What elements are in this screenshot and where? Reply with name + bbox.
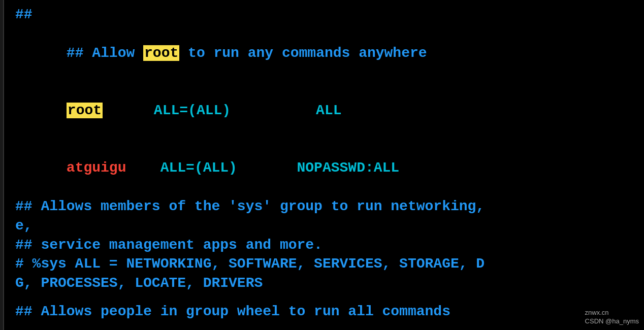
watermark-text: znwx.cn xyxy=(585,309,609,316)
left-gutter xyxy=(0,0,4,330)
root-highlight-2: root xyxy=(67,103,103,118)
line-1: ## xyxy=(15,5,637,24)
line-12: %wheel ALL=(ALL) ALL xyxy=(15,321,637,330)
line-8: # %sys ALL = NETWORKING, SOFTWARE, SERVI… xyxy=(15,254,637,274)
line-11: ## Allows people in group wheel to run a… xyxy=(15,302,637,321)
line-2: ## Allow root to run any commands anywhe… xyxy=(15,24,637,82)
line-4: atguigu ALL=(ALL) NOPASSWD:ALL xyxy=(15,140,637,197)
line-6: e, xyxy=(15,216,637,236)
terminal-window: ## ## Allow root to run any commands any… xyxy=(0,0,644,330)
line-7: ## service management apps and more. xyxy=(15,236,637,255)
line-3: root ALL=(ALL) ALL xyxy=(15,82,637,139)
root-perms: ALL=(ALL) ALL xyxy=(103,103,341,118)
watermark-text-2: CSDN @ha_nyms xyxy=(585,317,639,325)
atguigu-user: atguigu xyxy=(67,160,126,176)
atguigu-perms: ALL=(ALL) NOPASSWD:ALL xyxy=(126,160,399,176)
line-9: G, PROCESSES, LOCATE, DRIVERS xyxy=(15,274,637,293)
watermark: znwx.cn CSDN @ha_nyms xyxy=(585,308,639,326)
line-5: ## Allows members of the 'sys' group to … xyxy=(15,197,637,216)
root-highlight: root xyxy=(143,45,179,61)
allow-comment-post: to run any commands anywhere xyxy=(179,45,427,61)
spacer-1 xyxy=(15,293,637,302)
allow-comment-pre: ## Allow xyxy=(67,45,143,61)
terminal-content: ## ## Allow root to run any commands any… xyxy=(15,5,637,330)
